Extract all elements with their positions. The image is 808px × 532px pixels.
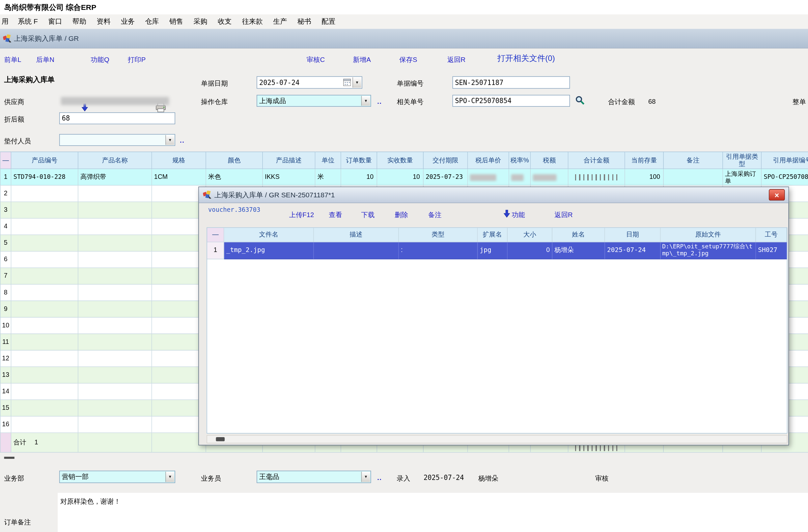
order-remark-panel[interactable]: 对原样染色，谢谢！ <box>58 493 808 532</box>
menu-item-10[interactable]: 往来款 <box>237 17 268 26</box>
cell[interactable] <box>11 350 78 367</box>
cell[interactable]: 100 <box>625 169 664 185</box>
cell[interactable]: 高弹织带 <box>78 169 152 185</box>
warehouse-select[interactable]: 上海成品 ▼ <box>257 95 371 107</box>
return-button[interactable]: 返回R <box>447 55 465 64</box>
cell[interactable]: SPO-CP25070854 <box>761 169 808 185</box>
cell[interactable]: 米色 <box>206 169 263 185</box>
table-row-1[interactable]: 1STD794-010-228高弹织带1CM米色IKKS米10102025-07… <box>0 169 808 185</box>
cell[interactable] <box>468 169 509 185</box>
cell[interactable] <box>152 350 206 367</box>
grid-header-col-1[interactable]: 产品编号 <box>11 151 78 169</box>
discount-input[interactable]: 68 <box>59 112 175 124</box>
delete-button[interactable]: 删除 <box>394 210 408 219</box>
tab-title[interactable]: 上海采购入库单 / GR <box>14 29 79 49</box>
cell[interactable] <box>78 202 152 218</box>
cell[interactable] <box>152 416 206 433</box>
cell[interactable] <box>11 400 78 416</box>
cell[interactable] <box>11 285 78 301</box>
prev-doc-button[interactable]: 前单L <box>4 55 21 64</box>
files-header-col-7[interactable]: 日期 <box>605 228 661 242</box>
cell[interactable] <box>78 350 152 367</box>
upload-button[interactable]: 上传F12 <box>289 210 314 219</box>
cell[interactable] <box>78 235 152 252</box>
cell[interactable]: 米 <box>315 169 341 185</box>
file-cell[interactable] <box>314 242 399 260</box>
cell[interactable] <box>78 334 152 350</box>
dialog-function-button[interactable]: 功能 <box>512 210 525 219</box>
cell[interactable]: 2 <box>0 185 11 202</box>
cell[interactable] <box>152 235 206 252</box>
cell[interactable] <box>11 334 78 350</box>
scrollbar-thumb[interactable] <box>216 437 225 441</box>
dept-select[interactable]: 营销一部 ▼ <box>59 471 175 483</box>
grid-header-col-5[interactable]: 产品描述 <box>263 151 315 169</box>
cell[interactable] <box>11 202 78 218</box>
file-cell[interactable]: 杨增朵 <box>552 242 605 260</box>
file-cell[interactable]: 2025-07-24 <box>605 242 661 260</box>
cell[interactable] <box>152 383 206 400</box>
menu-item-12[interactable]: 秘书 <box>292 17 316 26</box>
cell[interactable]: 8 <box>0 285 11 301</box>
dialog-return-button[interactable]: 返回R <box>554 210 572 219</box>
salesman-select[interactable]: 王毫品 ▼ <box>257 471 371 483</box>
cell[interactable] <box>78 301 152 317</box>
related-no-input[interactable]: SPO-CP25070854 <box>453 95 570 107</box>
menu-item-3[interactable]: 帮助 <box>67 17 92 26</box>
cell[interactable]: 10 <box>341 169 378 185</box>
note-button[interactable]: 备注 <box>428 210 442 219</box>
cell[interactable] <box>11 317 78 334</box>
cell[interactable]: 10 <box>377 169 424 185</box>
cell[interactable] <box>152 367 206 383</box>
menu-item-0[interactable]: 用 <box>0 17 13 26</box>
splitter-handle[interactable] <box>4 457 15 459</box>
cell[interactable] <box>152 219 206 235</box>
cell[interactable] <box>152 202 206 218</box>
files-header-col-9[interactable]: 工号 <box>756 228 787 242</box>
grid-header-col-3[interactable]: 规格 <box>152 151 206 169</box>
advance-dropdown-button[interactable]: ▼ <box>165 135 174 145</box>
file-cell[interactable]: jpg <box>478 242 508 260</box>
cell[interactable]: 11 <box>0 334 11 350</box>
cell[interactable] <box>569 169 625 185</box>
cell[interactable] <box>152 317 206 334</box>
menu-item-2[interactable]: 窗口 <box>43 17 68 26</box>
cell[interactable]: 7 <box>0 268 11 285</box>
files-header-col-0[interactable]: — <box>207 228 224 242</box>
files-header-col-1[interactable]: 文件名 <box>224 228 314 242</box>
print-button[interactable]: 打印P <box>128 55 146 64</box>
cell[interactable]: 上海采购订单 <box>723 169 761 185</box>
grid-header-col-13[interactable]: 合计金额 <box>569 151 625 169</box>
doc-date-input[interactable]: 2025-07-24 ▼ <box>257 76 362 89</box>
grid-header-col-6[interactable]: 单位 <box>315 151 341 169</box>
menu-item-4[interactable]: 资料 <box>92 17 116 26</box>
function-button[interactable]: 功能Q <box>91 55 109 64</box>
cell[interactable]: IKKS <box>263 169 315 185</box>
cell[interactable] <box>78 416 152 433</box>
calendar-icon[interactable] <box>343 78 351 86</box>
cell[interactable] <box>11 268 78 285</box>
menu-item-1[interactable]: 系统 F <box>13 17 43 26</box>
cell[interactable] <box>11 367 78 383</box>
h-scrollbar[interactable] <box>206 435 787 443</box>
view-button[interactable]: 查看 <box>329 210 342 219</box>
next-doc-button[interactable]: 后单N <box>36 55 54 64</box>
file-cell[interactable]: : <box>399 242 478 260</box>
file-cell[interactable]: D:\ERP\oit_setup7777综合\tmp\_tmp_2.jpg <box>661 242 756 260</box>
grid-header-col-9[interactable]: 交付期限 <box>424 151 468 169</box>
add-button[interactable]: 新增A <box>353 55 371 64</box>
advance-more-button[interactable]: .. <box>180 137 184 144</box>
cell[interactable]: 6 <box>0 252 11 268</box>
grid-header-col-14[interactable]: 当前存量 <box>625 151 664 169</box>
cell[interactable]: 4 <box>0 219 11 235</box>
cell[interactable] <box>531 169 568 185</box>
warehouse-more-button[interactable]: .. <box>377 97 382 105</box>
cell[interactable]: 3 <box>0 202 11 218</box>
salesman-dropdown-button[interactable]: ▼ <box>361 472 370 482</box>
files-header-col-6[interactable]: 姓名 <box>552 228 605 242</box>
cell[interactable]: 14 <box>0 383 11 400</box>
open-related-files-button[interactable]: 打开相关文件(0) <box>497 53 555 64</box>
cell[interactable]: STD794-010-228 <box>11 169 78 185</box>
cell[interactable] <box>78 383 152 400</box>
grid-header-col-11[interactable]: 税率% <box>509 151 531 169</box>
